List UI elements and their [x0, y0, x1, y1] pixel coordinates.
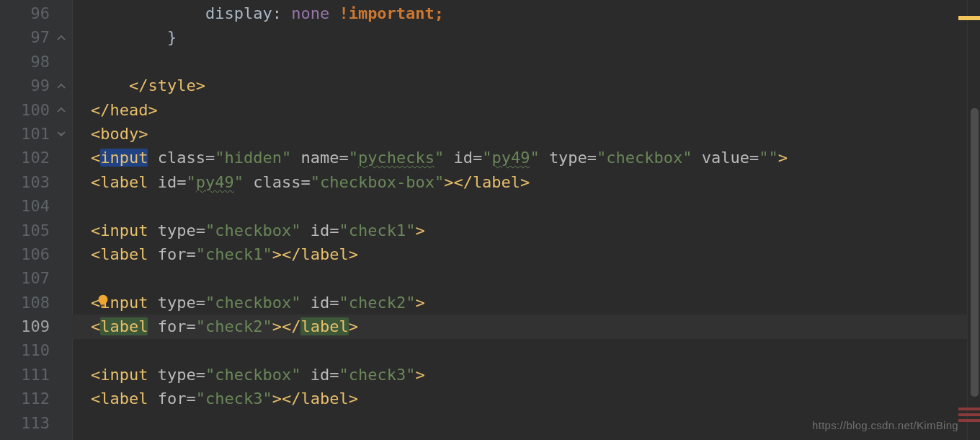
- fold-end-icon[interactable]: [57, 33, 67, 42]
- code-line[interactable]: <label id="py49" class="checkbox-box"></…: [91, 170, 980, 194]
- line-number: 99: [0, 74, 57, 97]
- token: "check3": [196, 390, 272, 408]
- token: [148, 390, 157, 408]
- token: =: [186, 245, 195, 263]
- line-number: 103: [0, 170, 57, 194]
- gutter-row[interactable]: 100: [0, 98, 71, 122]
- token: [148, 294, 157, 312]
- token: >: [778, 149, 788, 167]
- code-line[interactable]: [91, 338, 980, 362]
- gutter-row[interactable]: 101: [0, 122, 71, 146]
- warning-marker[interactable]: [958, 16, 980, 20]
- token: ></label>: [444, 173, 530, 191]
- fold-end-icon[interactable]: [57, 82, 67, 90]
- line-number: 104: [0, 194, 57, 218]
- line-number: 97: [0, 25, 57, 49]
- gutter-row[interactable]: 104: [0, 194, 71, 218]
- gutter-row[interactable]: 99: [0, 74, 71, 97]
- code-line[interactable]: [91, 266, 980, 290]
- gutter-row[interactable]: 113: [0, 411, 71, 435]
- gutter-row[interactable]: 102: [0, 146, 71, 170]
- token: </head>: [91, 101, 158, 119]
- token: ": [186, 173, 195, 191]
- code-area[interactable]: display: none !important; } </style></he…: [72, 0, 980, 440]
- token: "": [759, 149, 778, 167]
- gutter-row[interactable]: 111: [0, 363, 71, 387]
- token: [300, 366, 310, 384]
- token: [148, 366, 157, 384]
- fold-end-icon[interactable]: [57, 105, 67, 114]
- code-editor[interactable]: 9697989910010110210310410510610710810911…: [0, 0, 980, 440]
- token: none: [291, 4, 329, 22]
- gutter-row[interactable]: 96: [0, 1, 71, 25]
- gutter-row[interactable]: 106: [0, 242, 71, 266]
- line-number: 111: [0, 363, 57, 387]
- token: =: [196, 221, 205, 239]
- gutter-row[interactable]: 107: [0, 266, 71, 290]
- token: "checkbox-box": [311, 173, 444, 191]
- code-line[interactable]: [91, 194, 980, 218]
- code-line[interactable]: <label for="check1"></label>: [91, 242, 980, 266]
- token: [540, 149, 549, 167]
- line-number: 112: [0, 387, 57, 410]
- token: "checkbox": [205, 221, 300, 239]
- gutter-row[interactable]: 103: [0, 170, 71, 194]
- token: "checkbox": [597, 149, 692, 167]
- token: pychecks: [358, 149, 435, 167]
- line-number: 113: [0, 411, 57, 435]
- error-markers[interactable]: [958, 408, 980, 425]
- token: [692, 149, 702, 167]
- code-line[interactable]: <input type="checkbox" id="check2">: [91, 291, 980, 314]
- line-number: 108: [0, 291, 57, 314]
- token: id: [453, 149, 473, 167]
- code-line[interactable]: <label for="check2"></label>: [91, 314, 980, 338]
- code-line[interactable]: }: [91, 25, 980, 49]
- token: =: [196, 294, 205, 312]
- token: [148, 221, 157, 239]
- line-number: 102: [0, 146, 57, 170]
- code-line[interactable]: </head>: [91, 98, 980, 122]
- token: [148, 149, 157, 167]
- token: !important: [339, 4, 434, 22]
- token: </: [282, 317, 301, 335]
- code-line[interactable]: <input type="checkbox" id="check3">: [91, 363, 980, 387]
- code-line[interactable]: </style>: [91, 74, 980, 97]
- gutter-row[interactable]: 109: [0, 314, 71, 338]
- code-line[interactable]: <input class="hidden" name="pychecks" id…: [91, 146, 980, 170]
- token: <label: [91, 173, 148, 191]
- code-line[interactable]: <input type="checkbox" id="check1">: [91, 219, 980, 242]
- token: <: [91, 317, 100, 335]
- token: [148, 245, 157, 263]
- token: <input: [91, 221, 148, 239]
- gutter-row[interactable]: 112: [0, 387, 71, 410]
- gutter-row[interactable]: 110: [0, 338, 71, 362]
- code-line[interactable]: display: none !important;: [91, 1, 980, 25]
- gutter-row[interactable]: 97: [0, 25, 71, 49]
- token: type: [158, 366, 196, 384]
- line-number: 96: [0, 1, 57, 25]
- gutter-row[interactable]: 108: [0, 291, 71, 314]
- token: [300, 294, 310, 312]
- svg-rect-0: [60, 133, 63, 133]
- code-line[interactable]: <body>: [91, 122, 980, 146]
- token: =: [749, 149, 759, 167]
- token: class: [158, 149, 205, 167]
- token: ": [234, 173, 244, 191]
- scrollbar-thumb[interactable]: [971, 108, 979, 397]
- token: class: [253, 173, 300, 191]
- token: }: [91, 28, 177, 46]
- token: <body>: [91, 125, 148, 143]
- token: [244, 173, 253, 191]
- token: [329, 4, 339, 22]
- scrollbar-track[interactable]: [967, 0, 980, 440]
- token: =: [205, 149, 215, 167]
- code-line[interactable]: [91, 50, 980, 74]
- token: =: [473, 149, 482, 167]
- intention-bulb-icon[interactable]: [95, 294, 111, 309]
- gutter-row[interactable]: 98: [0, 50, 71, 74]
- gutter-row[interactable]: 105: [0, 219, 71, 242]
- code-line[interactable]: <label for="check3"></label>: [91, 387, 980, 410]
- fold-open-icon[interactable]: [57, 130, 67, 138]
- line-number: 101: [0, 122, 57, 146]
- token: <input: [91, 366, 148, 384]
